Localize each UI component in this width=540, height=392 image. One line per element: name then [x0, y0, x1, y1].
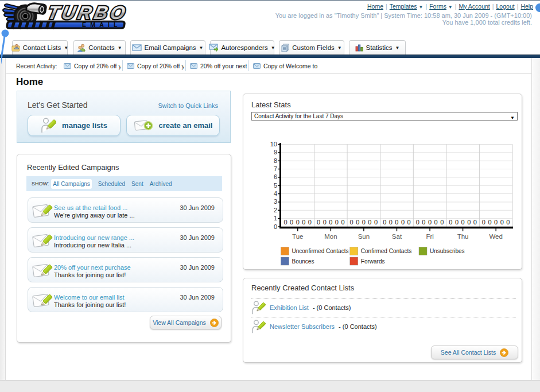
- svg-text:Unconfirmed Contacts: Unconfirmed Contacts: [292, 248, 349, 254]
- svg-text:0: 0: [368, 219, 371, 226]
- svg-text:0: 0: [374, 219, 378, 226]
- svg-text:Wed: Wed: [489, 233, 502, 240]
- svg-text:0: 0: [383, 219, 386, 226]
- svg-text:0: 0: [500, 219, 504, 226]
- svg-text:8: 8: [274, 157, 277, 164]
- svg-text:0: 0: [461, 219, 465, 226]
- svg-text:2: 2: [274, 207, 277, 214]
- svg-text:0: 0: [290, 219, 293, 226]
- svg-text:0: 0: [488, 219, 491, 226]
- svg-text:0: 0: [422, 219, 425, 226]
- svg-text:0: 0: [407, 219, 411, 226]
- svg-text:0: 0: [449, 219, 452, 226]
- svg-text:0: 0: [428, 219, 432, 226]
- svg-text:0: 0: [356, 219, 359, 226]
- svg-text:0: 0: [482, 219, 485, 226]
- svg-text:0: 0: [350, 219, 353, 226]
- svg-text:0: 0: [440, 219, 444, 226]
- svg-text:0: 0: [296, 219, 300, 226]
- svg-text:0: 0: [323, 219, 327, 226]
- svg-text:6: 6: [274, 173, 277, 180]
- svg-text:0: 0: [335, 219, 339, 226]
- svg-text:Forwards: Forwards: [361, 258, 385, 265]
- svg-text:0: 0: [302, 219, 305, 226]
- svg-text:0: 0: [395, 219, 398, 226]
- svg-text:9: 9: [274, 149, 277, 156]
- svg-text:Fri: Fri: [426, 233, 433, 240]
- svg-text:Thu: Thu: [457, 233, 469, 240]
- svg-text:Sun: Sun: [358, 233, 370, 240]
- svg-text:0: 0: [329, 219, 332, 226]
- svg-text:0: 0: [467, 219, 471, 226]
- svg-text:Unsubscribes: Unsubscribes: [430, 248, 465, 254]
- svg-text:0: 0: [506, 219, 510, 226]
- svg-text:0: 0: [473, 219, 477, 226]
- svg-text:0: 0: [308, 219, 312, 226]
- svg-text:0: 0: [341, 219, 344, 226]
- svg-text:7: 7: [274, 165, 277, 172]
- svg-text:Confirmed Contacts: Confirmed Contacts: [361, 248, 411, 254]
- svg-text:Tue: Tue: [292, 233, 303, 240]
- svg-text:0: 0: [389, 219, 393, 226]
- svg-text:10: 10: [270, 141, 277, 148]
- svg-text:EMAIL: EMAIL: [82, 21, 122, 28]
- svg-text:0: 0: [494, 219, 498, 226]
- svg-text:0: 0: [401, 219, 405, 226]
- svg-text:Mon: Mon: [324, 233, 337, 240]
- svg-text:1: 1: [274, 215, 277, 222]
- svg-text:5: 5: [274, 182, 277, 189]
- svg-text:0: 0: [274, 223, 277, 230]
- svg-text:3: 3: [274, 198, 277, 205]
- svg-text:0: 0: [362, 219, 366, 226]
- svg-text:0: 0: [455, 219, 459, 226]
- svg-text:0: 0: [317, 219, 320, 226]
- svg-text:TURBO: TURBO: [46, 2, 130, 23]
- svg-text:0: 0: [416, 219, 419, 226]
- svg-text:0: 0: [283, 219, 287, 226]
- svg-text:Bounces: Bounces: [292, 258, 314, 265]
- svg-text:0: 0: [434, 219, 438, 226]
- svg-text:Sat: Sat: [392, 233, 402, 240]
- svg-text:4: 4: [274, 190, 277, 197]
